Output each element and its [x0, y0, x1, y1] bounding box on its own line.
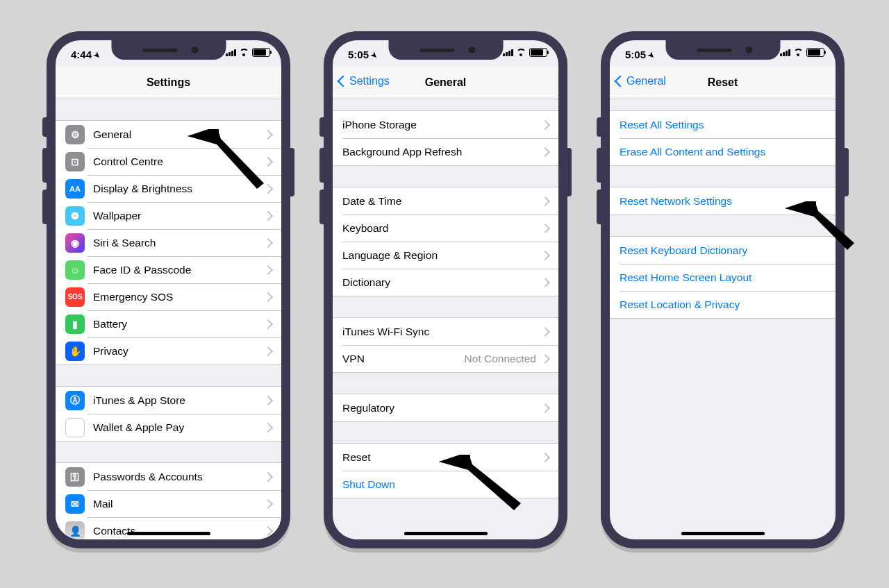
status-time: 5:05	[348, 49, 369, 60]
battery-icon	[529, 48, 547, 57]
location-icon: ➤	[645, 50, 656, 61]
siri-icon: ◉	[65, 233, 85, 253]
signal-icon	[780, 49, 790, 56]
row-erase-all[interactable]: Erase All Content and Settings	[610, 138, 836, 165]
chevron-right-icon	[540, 452, 550, 462]
annotation-arrow-2	[439, 455, 536, 524]
nav-header: Settings	[56, 67, 281, 99]
key-icon: ⚿	[65, 467, 85, 487]
row-passwords[interactable]: ⚿Passwords & Accounts	[56, 463, 281, 490]
signal-icon	[226, 49, 236, 56]
notch	[111, 40, 226, 60]
page-title: Reset	[610, 76, 836, 89]
chevron-right-icon	[263, 210, 273, 220]
chevron-right-icon	[540, 326, 550, 336]
chevron-right-icon	[263, 498, 273, 508]
settings-group-3: ⚿Passwords & Accounts ✉Mail 👤Contacts	[56, 462, 281, 539]
row-siri[interactable]: ◉Siri & Search	[56, 229, 281, 256]
row-keyboard[interactable]: Keyboard	[333, 215, 558, 242]
row-faceid[interactable]: ☺Face ID & Passcode	[56, 256, 281, 283]
screen-settings: 4:44➤ Settings ⚙General ⊡Control Centre …	[56, 40, 281, 539]
status-time: 4:44	[71, 49, 92, 60]
chevron-right-icon	[263, 471, 273, 481]
row-itunes[interactable]: ⒶiTunes & App Store	[56, 387, 281, 414]
battery-row-icon: ▮	[65, 314, 85, 334]
toggles-icon: ⊡	[65, 152, 85, 171]
wallpaper-icon: ❁	[65, 206, 85, 226]
chevron-right-icon	[263, 292, 273, 301]
chevron-right-icon	[263, 526, 273, 535]
vpn-status: Not Connected	[465, 353, 536, 365]
row-bg-refresh[interactable]: Background App Refresh	[333, 138, 558, 165]
notch	[665, 40, 780, 60]
mail-icon: ✉	[65, 494, 85, 514]
row-wallpaper[interactable]: ❁Wallpaper	[56, 202, 281, 229]
row-sos[interactable]: SOSEmergency SOS	[56, 283, 281, 310]
wallet-icon: 🗂	[65, 418, 85, 437]
chevron-right-icon	[540, 146, 550, 156]
row-date-time[interactable]: Date & Time	[333, 187, 558, 215]
row-itunes-wifi-sync[interactable]: iTunes Wi-Fi Sync	[333, 318, 558, 345]
contacts-icon: 👤	[65, 521, 85, 540]
page-title: General	[333, 76, 558, 89]
row-reset-all[interactable]: Reset All Settings	[610, 111, 836, 138]
chevron-right-icon	[263, 422, 273, 432]
gear-icon: ⚙	[65, 125, 85, 144]
display-icon: AA	[65, 179, 85, 199]
chevron-right-icon	[263, 237, 273, 247]
row-wallet[interactable]: 🗂Wallet & Apple Pay	[56, 414, 281, 441]
signal-icon	[503, 49, 513, 56]
nav-header: General Reset	[610, 67, 836, 99]
chevron-right-icon	[540, 119, 550, 129]
row-iphone-storage[interactable]: iPhone Storage	[333, 111, 558, 138]
row-privacy[interactable]: ✋Privacy	[56, 337, 281, 364]
chevron-right-icon	[540, 353, 550, 363]
wifi-icon	[793, 49, 804, 57]
annotation-arrow-3	[785, 201, 868, 264]
row-language-region[interactable]: Language & Region	[333, 242, 558, 269]
faceid-icon: ☺	[65, 260, 85, 280]
row-vpn[interactable]: VPNNot Connected	[333, 345, 558, 372]
home-indicator[interactable]	[404, 532, 488, 535]
screen-reset: 5:05➤ General Reset Reset All Settings E…	[610, 40, 836, 539]
chevron-right-icon	[540, 250, 550, 260]
row-reset-home-layout[interactable]: Reset Home Screen Layout	[610, 264, 836, 291]
notch	[388, 40, 503, 60]
chevron-right-icon	[263, 346, 273, 355]
chevron-right-icon	[263, 319, 273, 328]
row-contacts[interactable]: 👤Contacts	[56, 517, 281, 539]
hand-icon: ✋	[65, 342, 85, 361]
chevron-right-icon	[540, 196, 550, 205]
svg-marker-4	[439, 455, 521, 510]
chevron-right-icon	[540, 403, 550, 412]
appstore-icon: Ⓐ	[65, 391, 85, 410]
battery-icon	[252, 48, 270, 57]
annotation-arrow-1	[188, 129, 285, 199]
status-time: 5:05	[625, 49, 646, 60]
row-reset-location-privacy[interactable]: Reset Location & Privacy	[610, 291, 836, 318]
row-battery[interactable]: ▮Battery	[56, 310, 281, 337]
chevron-right-icon	[540, 277, 550, 287]
row-dictionary[interactable]: Dictionary	[333, 269, 558, 296]
phone-frame-1: 4:44➤ Settings ⚙General ⊡Control Centre …	[47, 31, 290, 548]
page-title: Settings	[56, 76, 281, 89]
nav-header: Settings General	[333, 67, 558, 99]
phone-frame-3: 5:05➤ General Reset Reset All Settings E…	[601, 31, 845, 548]
location-icon: ➤	[91, 50, 102, 61]
wifi-icon	[239, 49, 249, 57]
chevron-right-icon	[540, 223, 550, 233]
row-mail[interactable]: ✉Mail	[56, 490, 281, 517]
home-indicator[interactable]	[127, 532, 210, 535]
sos-icon: SOS	[65, 287, 85, 307]
chevron-right-icon	[263, 395, 273, 405]
battery-icon	[806, 48, 824, 57]
settings-group-2: ⒶiTunes & App Store 🗂Wallet & Apple Pay	[56, 386, 281, 442]
row-regulatory[interactable]: Regulatory	[333, 394, 558, 421]
tutorial-image: { "status":{"time1":"4:44","time2":"5:05…	[0, 0, 889, 588]
svg-marker-2	[188, 129, 264, 189]
chevron-right-icon	[263, 264, 273, 274]
wifi-icon	[516, 49, 526, 57]
svg-marker-6	[785, 201, 854, 250]
home-indicator[interactable]	[681, 532, 765, 535]
location-icon: ➤	[368, 50, 379, 61]
